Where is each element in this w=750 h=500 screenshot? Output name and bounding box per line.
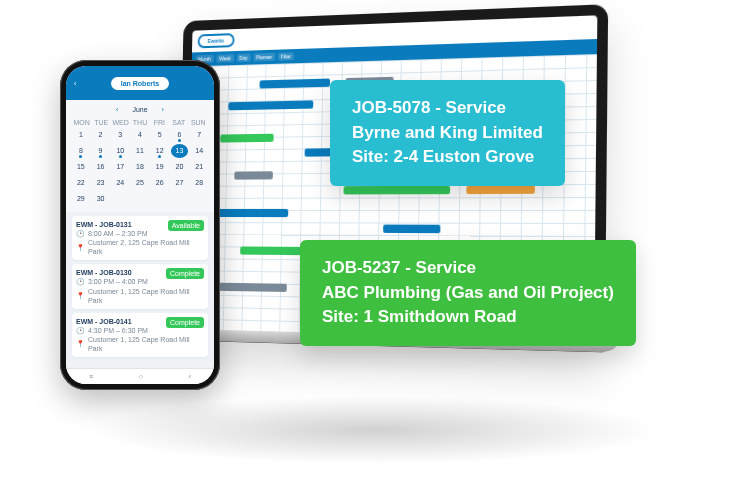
clock-icon: 🕒 bbox=[76, 229, 85, 238]
status-badge: Complete bbox=[166, 317, 204, 328]
schedule-block[interactable] bbox=[217, 283, 287, 292]
schedule-block[interactable] bbox=[211, 208, 288, 216]
month-label: June bbox=[132, 106, 147, 113]
weekday: FRI bbox=[150, 119, 169, 126]
logo-mark: Eworks bbox=[198, 33, 235, 48]
calendar-day[interactable]: 6 bbox=[171, 128, 189, 142]
calendar-day[interactable]: 15 bbox=[72, 160, 90, 174]
calendar-day[interactable]: 3 bbox=[111, 128, 129, 142]
callout-line: JOB-5237 - Service bbox=[322, 256, 614, 281]
calendar-day[interactable]: 18 bbox=[131, 160, 149, 174]
calendar-day[interactable]: 9 bbox=[92, 144, 110, 158]
weekday: SUN bbox=[189, 119, 208, 126]
schedule-block[interactable] bbox=[220, 133, 274, 142]
toolbar-item[interactable]: Day bbox=[236, 54, 250, 62]
status-badge: Complete bbox=[166, 268, 204, 279]
back-icon[interactable]: ‹ bbox=[74, 80, 76, 87]
chevron-right-icon[interactable]: › bbox=[162, 106, 164, 113]
calendar-day[interactable]: 7 bbox=[190, 128, 208, 142]
device-shadow bbox=[40, 390, 710, 470]
calendar-day[interactable]: 5 bbox=[151, 128, 169, 142]
calendar-day[interactable]: 23 bbox=[92, 176, 110, 190]
calendar-day[interactable]: 14 bbox=[190, 144, 208, 158]
pin-icon: 📍 bbox=[76, 339, 85, 348]
schedule-block[interactable] bbox=[259, 78, 329, 88]
toolbar-item[interactable]: Week bbox=[216, 54, 233, 63]
schedule-block[interactable] bbox=[466, 186, 534, 195]
schedule-block[interactable] bbox=[234, 171, 273, 179]
calendar-day[interactable]: 17 bbox=[111, 160, 129, 174]
weekday: WED bbox=[111, 119, 130, 126]
job-card[interactable]: EWM - JOB-0131🕒8:00 AM – 2:30 PM📍Custome… bbox=[72, 216, 208, 260]
calendar-day[interactable]: 30 bbox=[92, 192, 110, 206]
clock-icon: 🕒 bbox=[76, 277, 85, 286]
calendar-day[interactable]: 20 bbox=[171, 160, 189, 174]
callout-line: Site: 2-4 Euston Grove bbox=[352, 145, 543, 170]
phone-device: ‹ Ian Roberts ‹ June › MON TUE WED THU F… bbox=[60, 60, 220, 390]
user-name-pill[interactable]: Ian Roberts bbox=[111, 77, 170, 90]
calendar-day[interactable]: 28 bbox=[190, 176, 208, 190]
calendar-day[interactable]: 21 bbox=[190, 160, 208, 174]
calendar-day[interactable]: 24 bbox=[111, 176, 129, 190]
home-icon[interactable]: ○ bbox=[139, 373, 143, 380]
calendar-day[interactable]: 19 bbox=[151, 160, 169, 174]
back-nav-icon[interactable]: ‹ bbox=[189, 373, 191, 380]
calendar-day[interactable]: 29 bbox=[72, 192, 90, 206]
job-list[interactable]: EWM - JOB-0131🕒8:00 AM – 2:30 PM📍Custome… bbox=[66, 212, 214, 368]
calendar-day[interactable]: 2 bbox=[92, 128, 110, 142]
schedule-block[interactable] bbox=[228, 100, 313, 110]
calendar-day[interactable]: 26 bbox=[151, 176, 169, 190]
clock-icon: 🕒 bbox=[76, 326, 85, 335]
calendar-day[interactable]: 12 bbox=[151, 144, 169, 158]
toolbar-item[interactable]: Filter bbox=[278, 52, 294, 61]
calendar-day[interactable]: 13 bbox=[171, 144, 189, 158]
month-switcher[interactable]: ‹ June › bbox=[66, 100, 214, 119]
weekday-row: MON TUE WED THU FRI SAT SUN bbox=[66, 119, 214, 126]
schedule-block[interactable] bbox=[383, 225, 441, 234]
status-badge: Available bbox=[168, 220, 204, 231]
callout-line: ABC Plumbing (Gas and Oil Project) bbox=[322, 281, 614, 306]
pin-icon: 📍 bbox=[76, 243, 85, 252]
callout-line: Site: 1 Smithdown Road bbox=[322, 305, 614, 330]
calendar-grid[interactable]: 1234567891011121314151617181920212223242… bbox=[66, 126, 214, 212]
callout-line: Byrne and King Limited bbox=[352, 121, 543, 146]
weekday: SAT bbox=[169, 119, 188, 126]
job-card[interactable]: EWM - JOB-0141🕒4:30 PM – 6:30 PM📍Custome… bbox=[72, 313, 208, 357]
calendar-day[interactable]: 25 bbox=[131, 176, 149, 190]
callout-line: JOB-5078 - Service bbox=[352, 96, 543, 121]
weekday: TUE bbox=[91, 119, 110, 126]
android-navbar[interactable]: ≡ ○ ‹ bbox=[66, 368, 214, 384]
job-callout-teal: JOB-5078 - Service Byrne and King Limite… bbox=[330, 80, 565, 186]
toolbar-item[interactable]: Planner bbox=[253, 53, 275, 62]
calendar-day[interactable]: 8 bbox=[72, 144, 90, 158]
job-card[interactable]: EWM - JOB-0130🕒3:00 PM – 4:00 PM📍Custome… bbox=[72, 264, 208, 308]
calendar-day[interactable]: 4 bbox=[131, 128, 149, 142]
calendar-day[interactable]: 10 bbox=[111, 144, 129, 158]
calendar-day[interactable]: 16 bbox=[92, 160, 110, 174]
schedule-block[interactable] bbox=[343, 186, 449, 195]
job-callout-green: JOB-5237 - Service ABC Plumbing (Gas and… bbox=[300, 240, 636, 346]
phone-screen: ‹ Ian Roberts ‹ June › MON TUE WED THU F… bbox=[66, 66, 214, 384]
calendar-day[interactable]: 1 bbox=[72, 128, 90, 142]
calendar-day[interactable]: 27 bbox=[171, 176, 189, 190]
job-location: 📍Customer 1, 125 Cape Road Mill Park bbox=[76, 335, 204, 353]
recent-apps-icon[interactable]: ≡ bbox=[89, 373, 93, 380]
job-location: 📍Customer 2, 125 Cape Road Mill Park bbox=[76, 238, 204, 256]
weekday: THU bbox=[130, 119, 149, 126]
calendar-day[interactable]: 11 bbox=[131, 144, 149, 158]
chevron-left-icon[interactable]: ‹ bbox=[116, 106, 118, 113]
calendar-day[interactable]: 22 bbox=[72, 176, 90, 190]
phone-header: ‹ Ian Roberts bbox=[66, 66, 214, 100]
weekday: MON bbox=[72, 119, 91, 126]
job-location: 📍Customer 1, 125 Cape Road Mill Park bbox=[76, 287, 204, 305]
pin-icon: 📍 bbox=[76, 291, 85, 300]
